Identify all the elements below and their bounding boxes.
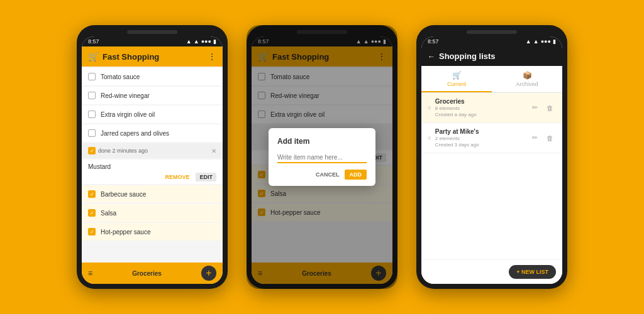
item-label-2: Red-wine vinegar — [101, 92, 150, 99]
modal-overlay: Add item CANCEL ADD — [252, 36, 392, 284]
item-label-3: Extra virgin olive oil — [101, 111, 155, 118]
tab-archived[interactable]: 📦 Archived — [492, 66, 562, 92]
delete-icon-1[interactable]: 🗑 — [543, 102, 556, 114]
tabs-bar: 🛒 Current 📦 Archived — [421, 66, 562, 93]
checkbox-3[interactable] — [88, 111, 96, 118]
list-card-info-1: Groceries 8 elements Created a day ago — [435, 98, 525, 117]
checked-item-2[interactable]: Salsa — [82, 204, 223, 222]
list-title-1: Groceries — [132, 270, 162, 277]
list-item-1[interactable]: Tomato sauce — [82, 68, 223, 85]
list-card-actions-2: ✏ 🗑 — [528, 132, 556, 144]
lists-title: Shopping lists — [439, 51, 556, 61]
phone-screen-2: 8:57 ▲ ▲ ●●● ▮ 🛒 Fast Shopping ⋮ Tomato … — [252, 36, 392, 284]
list-card-actions-1: ✏ 🗑 — [528, 102, 556, 114]
item-label-4: Jarred capers and olives — [101, 130, 169, 137]
bottom-bar-1: ≡ Groceries + — [82, 263, 223, 284]
menu-icon-1[interactable]: ⋮ — [208, 51, 216, 62]
remove-button-1[interactable]: REMOVE — [162, 173, 192, 181]
checkbox-2[interactable] — [88, 92, 96, 99]
edit-icon-2[interactable]: ✏ — [528, 132, 541, 144]
archived-tab-icon: 📦 — [523, 71, 532, 80]
done-close-1[interactable]: ✕ — [211, 148, 216, 154]
app-bar-1: 🛒 Fast Shopping ⋮ — [82, 46, 223, 67]
add-item-input[interactable] — [277, 153, 367, 163]
new-list-button[interactable]: + NEW LIST — [509, 265, 556, 279]
drag-handle-2: ≡ — [428, 134, 431, 141]
back-button[interactable]: ← — [428, 52, 435, 61]
lists-bottom: + NEW LIST — [421, 259, 562, 284]
list-card-1[interactable]: ≡ Groceries 8 elements Created a day ago… — [421, 93, 562, 123]
modal-title: Add item — [277, 137, 367, 146]
cart-icon-1: 🛒 — [88, 51, 99, 62]
done-label-1: done 2 minutes ago — [98, 148, 148, 154]
list-card-elements-2: 2 elements — [435, 136, 525, 141]
status-bar-1: 8:57 ▲ ▲ ●●● ▮ — [82, 36, 223, 46]
phone-screen-3: 8:57 ▲ ▲ ●●● ▮ ← Shopping lists 🛒 Curren… — [421, 36, 562, 284]
done-actions-1: REMOVE EDIT — [88, 173, 216, 181]
current-tab-icon: 🛒 — [452, 71, 462, 80]
list-card-created-2: Created 3 days ago — [435, 142, 525, 148]
time-3: 8:57 — [428, 38, 439, 45]
tab-current[interactable]: 🛒 Current — [421, 66, 492, 92]
checked-label-1: Barbecue sauce — [101, 191, 146, 198]
time-1: 8:57 — [88, 38, 99, 45]
list-item-3[interactable]: Extra virgin olive oil — [82, 106, 223, 123]
delete-icon-2[interactable]: 🗑 — [543, 132, 556, 144]
phone-screen-1: 8:57 ▲ ▲ ●●● ▮ 🛒 Fast Shopping ⋮ Tomato … — [82, 36, 223, 284]
checkbox-1[interactable] — [88, 73, 96, 80]
fab-1[interactable]: + — [201, 266, 216, 281]
checked-item-3[interactable]: Hot-pepper sauce — [82, 223, 223, 241]
status-bar-3: 8:57 ▲ ▲ ●●● ▮ — [421, 36, 562, 46]
phone-2: 8:57 ▲ ▲ ●●● ▮ 🛒 Fast Shopping ⋮ Tomato … — [247, 25, 397, 289]
checked-label-2: Salsa — [101, 210, 116, 217]
list-content-1: Tomato sauce Red-wine vinegar Extra virg… — [82, 67, 223, 263]
status-icons-1: ▲ ▲ ●●● ▮ — [186, 38, 216, 45]
done-expanded-1: Mustard REMOVE EDIT — [82, 160, 223, 184]
item-label-1: Tomato sauce — [101, 73, 140, 80]
done-section-1[interactable]: done 2 minutes ago ✕ — [82, 143, 223, 158]
checked-cb-1[interactable] — [88, 190, 96, 198]
checkbox-4[interactable] — [88, 129, 96, 137]
checked-cb-3[interactable] — [88, 228, 96, 236]
modal-actions: CANCEL ADD — [277, 170, 367, 180]
done-item-name-1: Mustard — [88, 163, 216, 170]
phone-notch-3 — [467, 30, 517, 34]
status-icons-3: ▲ ▲ ●●● ▮ — [526, 38, 556, 45]
drag-handle-1: ≡ — [428, 104, 431, 111]
done-checkbox-1[interactable] — [88, 147, 96, 154]
edit-button-1[interactable]: EDIT — [196, 173, 216, 181]
list-card-created-1: Created a day ago — [435, 112, 525, 117]
archived-tab-label: Archived — [516, 81, 538, 87]
list-card-name-2: Party at Mike's — [435, 128, 525, 135]
checked-item-1[interactable]: Barbecue sauce — [82, 185, 223, 203]
add-item-modal: Add item CANCEL ADD — [269, 128, 375, 186]
lists-app-bar: ← Shopping lists — [421, 46, 562, 66]
add-button[interactable]: ADD — [345, 170, 367, 180]
list-item-2[interactable]: Red-wine vinegar — [82, 87, 223, 104]
list-item-4[interactable]: Jarred capers and olives — [82, 124, 223, 142]
checked-label-3: Hot-pepper sauce — [101, 229, 151, 236]
phone-notch-1 — [127, 30, 177, 34]
app-title-1: Fast Shopping — [103, 52, 204, 62]
phone-1: 8:57 ▲ ▲ ●●● ▮ 🛒 Fast Shopping ⋮ Tomato … — [77, 25, 228, 289]
checked-cb-2[interactable] — [88, 209, 96, 217]
hamburger-icon-1[interactable]: ≡ — [88, 269, 92, 278]
list-card-info-2: Party at Mike's 2 elements Created 3 day… — [435, 128, 525, 148]
list-card-elements-1: 8 elements — [435, 106, 525, 111]
list-card-2[interactable]: ≡ Party at Mike's 2 elements Created 3 d… — [421, 123, 562, 153]
phone-3: 8:57 ▲ ▲ ●●● ▮ ← Shopping lists 🛒 Curren… — [416, 25, 567, 289]
edit-icon-1[interactable]: ✏ — [528, 102, 541, 114]
list-card-name-1: Groceries — [435, 98, 525, 105]
current-tab-label: Current — [447, 81, 466, 87]
lists-content: ≡ Groceries 8 elements Created a day ago… — [421, 93, 562, 259]
cancel-button[interactable]: CANCEL — [316, 170, 340, 180]
